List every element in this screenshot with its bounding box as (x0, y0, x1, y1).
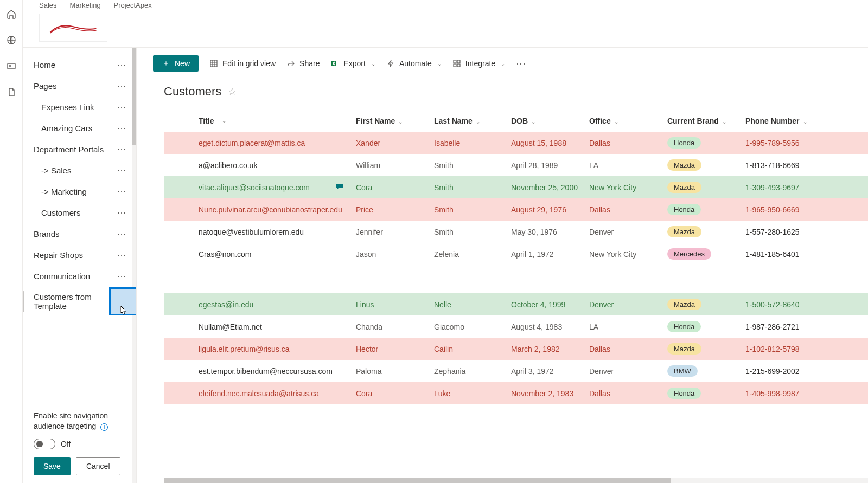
home-icon[interactable] (6, 9, 17, 20)
table-row[interactable]: Nunc.pulvinar.arcu@conubianostraper.eduP… (164, 198, 868, 221)
document-icon[interactable] (6, 87, 17, 98)
edit-grid-button[interactable]: Edit in grid view (209, 59, 276, 68)
cell-title[interactable]: egestas@in.edu (194, 300, 352, 309)
nav-item[interactable]: Department Portals⋯ (23, 139, 136, 160)
audience-targeting-label: Enable site navigation audience targetin… (34, 411, 129, 432)
nav-item[interactable]: Customers from Template⋯ (23, 287, 136, 316)
table-row[interactable]: eleifend.nec.malesuada@atrisus.caCoraLuk… (164, 382, 868, 404)
cell-brand: Mazda (663, 299, 741, 310)
breadcrumb-item[interactable]: Marketing (70, 1, 101, 9)
cell-phone: 1-965-950-6669 (741, 205, 817, 214)
audience-toggle[interactable] (34, 439, 55, 449)
nav-item-more-icon[interactable]: ⋯ (115, 271, 129, 281)
table-row[interactable]: ligula.elit.pretium@risus.caHectorCailin… (164, 338, 868, 360)
brand-pill: Mazda (667, 343, 701, 355)
nav-item[interactable]: Brands⋯ (23, 223, 136, 244)
nav-item-more-icon[interactable]: ⋯ (115, 123, 129, 133)
cell-first: Hector (352, 345, 430, 353)
nav-item-more-icon[interactable]: ⋯ (115, 208, 129, 218)
nav-item[interactable]: Customers⋯ (23, 202, 136, 223)
cell-brand: Honda (663, 388, 741, 399)
nav-item-more-icon[interactable]: ⋯ (115, 144, 129, 154)
breadcrumb-item[interactable]: ProjectApex (114, 1, 152, 9)
plus-icon: ＋ (162, 59, 170, 68)
column-dob[interactable]: DOB⌄ (507, 117, 585, 125)
table-row[interactable]: a@aclibero.co.ukWilliamSmithApril 28, 19… (164, 154, 868, 176)
nav-scrollbar[interactable] (132, 48, 136, 483)
export-button[interactable]: Export ⌄ (330, 59, 375, 68)
cell-title[interactable]: ligula.elit.pretium@risus.ca (194, 345, 352, 353)
nav-item[interactable]: Repair Shops⋯ (23, 244, 136, 266)
cell-title[interactable]: Nullam@Etiam.net (194, 323, 352, 331)
table-row[interactable]: Nullam@Etiam.netChandaGiacomoAugust 4, 1… (164, 315, 868, 338)
nav-item-label: Brands (34, 229, 60, 239)
toolbar: ＋ New Edit in grid view Share Export (137, 48, 868, 79)
cell-title[interactable]: Nunc.pulvinar.arcu@conubianostraper.edu (194, 205, 352, 214)
table-row[interactable]: egestas@in.eduLinusNelleOctober 4, 1999D… (164, 293, 868, 315)
table-row[interactable]: eget.dictum.placerat@mattis.caXanderIsab… (164, 132, 868, 154)
nav-item-more-icon[interactable]: ⋯ (115, 165, 129, 176)
svg-rect-1 (8, 63, 15, 69)
cell-title[interactable]: eleifend.nec.malesuada@atrisus.ca (194, 389, 352, 398)
nav-item-more-icon[interactable]: ⋯ (115, 102, 129, 112)
nav-item-label: Communication (34, 272, 90, 281)
table-spacer (164, 265, 868, 293)
cell-title[interactable]: natoque@vestibulumlorem.edu (194, 228, 352, 236)
nav-item[interactable]: -> Sales⋯ (23, 160, 136, 181)
integrate-button[interactable]: Integrate ⌄ (452, 59, 505, 68)
nav-item[interactable]: Communication⋯ (23, 266, 136, 287)
column-title[interactable]: Title⌄ (194, 117, 352, 125)
nav-item-more-icon[interactable]: ⋯ (115, 81, 129, 91)
grid-icon (209, 59, 218, 68)
column-office[interactable]: Office⌄ (585, 117, 663, 125)
comment-icon[interactable] (335, 182, 344, 192)
cell-phone: 1-995-789-5956 (741, 139, 817, 147)
site-nav: Home⋯Pages⋯Expenses Link⋯Amazing Cars⋯De… (23, 48, 137, 483)
automate-button[interactable]: Automate ⌄ (386, 59, 442, 68)
nav-item-more-icon[interactable]: ⋯ (115, 186, 129, 197)
site-logo[interactable] (39, 14, 107, 42)
more-actions-button[interactable]: ⋯ (516, 57, 527, 69)
cell-first: Jennifer (352, 228, 430, 236)
cancel-button[interactable]: Cancel (76, 457, 120, 475)
save-button[interactable]: Save (34, 457, 71, 475)
column-brand[interactable]: Current Brand⌄ (663, 117, 741, 125)
column-last-name[interactable]: Last Name⌄ (430, 117, 507, 125)
nav-item[interactable]: Amazing Cars⋯ (23, 118, 136, 139)
favorite-icon[interactable]: ☆ (228, 86, 237, 98)
column-phone[interactable]: Phone Number⌄ (741, 117, 817, 125)
cell-title[interactable]: vitae.aliquet@sociisnatoque.com (194, 182, 352, 192)
nav-item-more-icon[interactable]: ⋯ (115, 60, 129, 70)
cell-last: Nelle (430, 300, 507, 309)
cell-last: Smith (430, 183, 507, 192)
cell-title[interactable]: a@aclibero.co.uk (194, 161, 352, 170)
nav-item-more-icon[interactable]: ⋯ (115, 229, 129, 239)
chevron-down-icon: ⌄ (437, 61, 442, 67)
new-button[interactable]: ＋ New (153, 55, 199, 72)
nav-item[interactable]: Expenses Link⋯ (23, 96, 136, 118)
cell-dob: August 29, 1976 (507, 205, 585, 214)
globe-icon[interactable] (6, 35, 17, 46)
chevron-down-icon: ⌄ (803, 119, 807, 125)
news-icon[interactable] (6, 61, 17, 72)
cell-title[interactable]: est.tempor.bibendum@neccursusa.com (194, 367, 352, 376)
info-icon[interactable]: i (100, 423, 108, 431)
column-first-name[interactable]: First Name⌄ (352, 117, 430, 125)
breadcrumb-item[interactable]: Sales (39, 1, 57, 9)
table-row[interactable]: est.tempor.bibendum@neccursusa.comPaloma… (164, 360, 868, 382)
share-button[interactable]: Share (286, 59, 320, 68)
cell-brand: Honda (663, 204, 741, 215)
table-row[interactable]: Cras@non.comJasonZeleniaApril 1, 1972New… (164, 243, 868, 265)
nav-item[interactable]: -> Marketing⋯ (23, 181, 136, 202)
cell-title[interactable]: eget.dictum.placerat@mattis.ca (194, 139, 352, 147)
cell-last: Zephania (430, 367, 507, 376)
cell-title[interactable]: Cras@non.com (194, 250, 352, 259)
nav-item-more-icon[interactable]: ⋯ (115, 250, 129, 260)
table-row[interactable]: vitae.aliquet@sociisnatoque.comCoraSmith… (164, 176, 868, 198)
brand-pill: Honda (667, 321, 701, 332)
cell-brand: BMW (663, 365, 741, 377)
nav-item[interactable]: Home⋯ (23, 54, 136, 75)
nav-item[interactable]: Pages⋯ (23, 75, 136, 96)
table-row[interactable]: natoque@vestibulumlorem.eduJenniferSmith… (164, 221, 868, 243)
horizontal-scrollbar[interactable] (164, 478, 868, 483)
